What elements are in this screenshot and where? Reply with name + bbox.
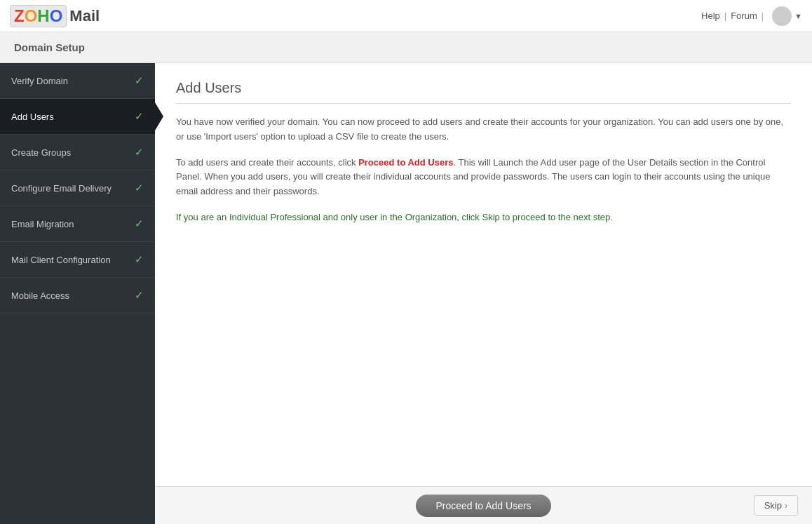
user-dropdown-icon[interactable]: ▼ — [794, 12, 802, 20]
content-para2: To add users and create their accounts, … — [176, 156, 791, 199]
sidebar-item-create-groups[interactable]: Create Groups ✓ — [0, 135, 155, 170]
check-create-groups: ✓ — [135, 146, 144, 159]
sidebar-item-add-users[interactable]: Add Users ✓ — [0, 99, 155, 135]
check-mobile-access: ✓ — [135, 289, 144, 302]
user-avatar[interactable] — [772, 6, 792, 26]
page-title: Add Users — [176, 80, 791, 104]
check-configure-email-delivery: ✓ — [135, 182, 144, 194]
domain-setup-bar: Domain Setup — [0, 32, 812, 63]
sidebar-item-mobile-access[interactable]: Mobile Access ✓ — [0, 278, 155, 314]
check-add-users: ✓ — [135, 110, 144, 123]
content-main: Add Users You have now verified your dom… — [155, 63, 812, 486]
content-para3: If you are an Individual Professional an… — [176, 210, 791, 225]
skip-button[interactable]: Skip › — [754, 495, 798, 516]
check-mail-client-configuration: ✓ — [135, 253, 144, 266]
header: ZOHO Mail Help | Forum | ▼ — [0, 0, 812, 32]
zoho-logo: ZOHO Mail — [10, 5, 100, 27]
logo: ZOHO Mail — [10, 5, 100, 27]
header-right: Help | Forum | ▼ — [701, 6, 802, 26]
sidebar-item-email-migration[interactable]: Email Migration ✓ — [0, 206, 155, 242]
proceed-button[interactable]: Proceed to Add Users — [416, 495, 550, 517]
content-area: Add Users You have now verified your dom… — [155, 63, 812, 524]
sidebar-item-verify-domain[interactable]: Verify Domain ✓ — [0, 63, 155, 99]
main-layout: Verify Domain ✓ Add Users ✓ Create Group… — [0, 63, 812, 524]
mail-logo-text: Mail — [69, 7, 100, 25]
forum-link[interactable]: Forum — [731, 11, 757, 21]
content-footer: Proceed to Add Users Skip › — [155, 486, 812, 524]
check-email-migration: ✓ — [135, 217, 144, 230]
help-link[interactable]: Help — [701, 11, 720, 21]
domain-setup-label: Domain Setup — [14, 41, 85, 53]
sidebar-item-configure-email-delivery[interactable]: Configure Email Delivery ✓ — [0, 170, 155, 206]
proceed-link[interactable]: Proceed to Add Users — [358, 157, 453, 168]
content-para1: You have now verified your domain. You c… — [176, 115, 791, 145]
skip-arrow-icon: › — [785, 501, 787, 511]
sidebar-item-mail-client-configuration[interactable]: Mail Client Configuration ✓ — [0, 242, 155, 278]
sidebar: Verify Domain ✓ Add Users ✓ Create Group… — [0, 63, 155, 524]
check-verify-domain: ✓ — [135, 74, 144, 87]
